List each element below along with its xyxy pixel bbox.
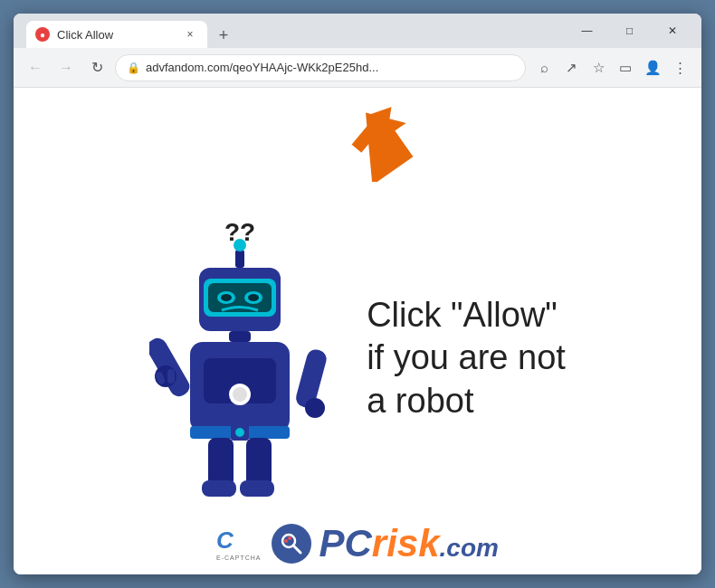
maximize-button[interactable]: □ (609, 17, 650, 44)
menu-icon[interactable]: ⋮ (667, 55, 692, 81)
main-area: ?? (131, 195, 584, 521)
split-icon[interactable]: ▭ (613, 55, 638, 81)
page-content: ?? (14, 88, 701, 574)
svg-point-10 (221, 294, 232, 301)
active-tab[interactable]: ● Click Allow × (26, 21, 207, 48)
new-tab-button[interactable]: + (211, 23, 236, 48)
back-button[interactable]: ← (23, 55, 48, 81)
svg-point-4 (234, 239, 246, 251)
svg-rect-29 (240, 480, 274, 497)
pc-text: PC (319, 522, 372, 565)
pcrisk-icon (272, 524, 312, 564)
title-bar: ● Click Allow × + — □ ✕ (14, 14, 701, 48)
robot-svg: ?? (149, 213, 330, 503)
close-button[interactable]: ✕ (652, 17, 692, 44)
share-icon[interactable]: ↗ (558, 55, 584, 81)
pointing-arrow-icon (335, 95, 407, 167)
reload-button[interactable]: ↻ (84, 55, 110, 81)
svg-point-34 (289, 536, 292, 540)
ecaptcha-badge: C E-CAPTCHA (216, 526, 261, 561)
svg-point-11 (248, 294, 259, 301)
tabs-area: ● Click Allow × + (21, 14, 236, 48)
svg-rect-3 (235, 250, 244, 268)
svg-point-19 (235, 428, 244, 437)
profile-icon[interactable]: 👤 (640, 55, 665, 81)
svg-marker-1 (346, 99, 402, 157)
svg-rect-26 (208, 438, 234, 488)
lock-icon: 🔒 (127, 62, 140, 74)
svg-rect-23 (167, 369, 175, 384)
search-icon[interactable]: ⌕ (531, 55, 557, 81)
svg-rect-12 (229, 331, 251, 342)
robot-illustration: ?? (149, 213, 348, 503)
captcha-message: Click "Allow" if you are not a robot (367, 294, 566, 423)
url-bar[interactable]: 🔒 advfandom.com/qeoYHAAjc-WKk2pE25hd... (115, 54, 526, 81)
svg-rect-28 (202, 480, 236, 497)
svg-point-33 (285, 539, 289, 543)
browser-window: ● Click Allow × + — □ ✕ ← → ↻ 🔒 advfando… (14, 14, 701, 574)
window-controls: — □ ✕ (567, 17, 692, 44)
click-allow-text: Click "Allow" if you are not a robot (367, 294, 566, 423)
toolbar-icons: ⌕ ↗ ☆ ▭ 👤 ⋮ (531, 55, 692, 81)
svg-rect-27 (246, 438, 272, 488)
watermark: C E-CAPTCHA PC risk .com (216, 522, 499, 565)
tab-close-button[interactable]: × (182, 26, 198, 43)
pcrisk-text-logo: PC risk .com (319, 522, 499, 565)
url-text: advfandom.com/qeoYHAAjc-WKk2pE25hd... (146, 61, 514, 74)
ecaptcha-label: E-CAPTCHA (216, 555, 261, 561)
dotcom-text: .com (440, 534, 499, 563)
address-bar: ← → ↻ 🔒 advfandom.com/qeoYHAAjc-WKk2pE25… (14, 48, 701, 88)
arrow-pointer (335, 95, 407, 171)
pcrisk-logo-icon (278, 529, 307, 558)
svg-point-25 (305, 398, 325, 418)
risk-text: risk (372, 522, 440, 565)
svg-point-16 (233, 387, 247, 402)
bookmark-icon[interactable]: ☆ (586, 55, 611, 81)
forward-button[interactable]: → (53, 55, 79, 81)
ecaptcha-c-label: C (216, 526, 261, 555)
tab-title: Click Allow (57, 28, 175, 42)
tab-favicon: ● (35, 27, 50, 42)
minimize-button[interactable]: — (567, 17, 607, 44)
